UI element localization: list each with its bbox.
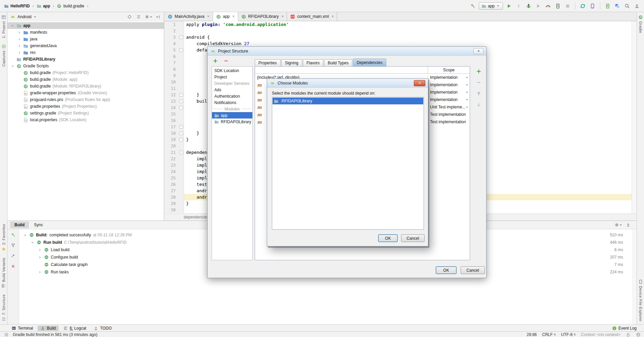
unlock-icon[interactable]	[626, 332, 631, 337]
fold-marker-icon[interactable]: -	[179, 131, 183, 135]
tree-expand-icon[interactable]	[17, 51, 22, 55]
toolwindow-toggle-button[interactable]	[3, 332, 9, 337]
remove-dependency-button[interactable]	[475, 79, 482, 86]
project-tree-item-res[interactable]: res	[7, 49, 164, 56]
ps-tab-flavors[interactable]: Flavors	[303, 59, 323, 66]
project-tree-item-gradle-wrapper-properties-gradle-version[interactable]: gradle-wrapper.properties (Gradle Versio…	[7, 90, 164, 96]
apply-changes-button[interactable]	[515, 2, 523, 10]
project-tree-item-build-gradle-module-rfidapi3library[interactable]: build.gradle (Module: RFIDAPI3Library)	[7, 83, 164, 90]
fold-marker-icon[interactable]: -	[179, 35, 183, 39]
build-panel-tab-build[interactable]: Build	[10, 222, 29, 228]
toolwindow-button-todo[interactable]: TODO	[91, 326, 114, 331]
pin-button[interactable]	[10, 253, 16, 259]
export-build-log-button[interactable]	[625, 222, 631, 228]
scope-dropdown[interactable]: Implementation	[428, 96, 470, 103]
breadcrumb-item-app[interactable]: app	[36, 3, 51, 9]
move-up-button[interactable]	[475, 90, 482, 97]
locate-file-button[interactable]	[127, 14, 133, 20]
project-tree-item-build-gradle-project-hellorfid[interactable]: build.gradle (Project: HelloRFID)	[7, 69, 164, 76]
scope-dropdown[interactable]: Implementation	[428, 81, 470, 89]
breadcrumb-item-build-gradle[interactable]: build.gradle	[56, 3, 85, 9]
scope-dropdown[interactable]: Test implementation	[428, 111, 470, 118]
search-everywhere-button[interactable]	[623, 2, 631, 10]
inspections-icon[interactable]	[636, 332, 641, 337]
fold-marker-icon[interactable]: -	[179, 99, 183, 103]
tool-stripe-2-favorites[interactable]: 2: Favorites	[1, 224, 6, 251]
collapse-all-button[interactable]	[136, 14, 142, 20]
fold-marker-icon[interactable]: -	[179, 125, 183, 129]
close-button[interactable]	[10, 263, 16, 269]
ps-nav-item-ads[interactable]: Ads	[212, 87, 252, 93]
add-dependency-button[interactable]	[475, 68, 482, 75]
attach-debugger-button[interactable]	[554, 2, 562, 10]
ps-tab-build-types[interactable]: Build Types	[324, 59, 352, 66]
hide-panel-button[interactable]	[155, 14, 161, 20]
run-config-combo[interactable]: app	[479, 2, 503, 10]
project-tree-item-settings-gradle-project-settings[interactable]: settings.gradle (Project Settings)	[7, 110, 164, 116]
settings-button[interactable]	[145, 14, 152, 20]
project-tree-item-gradle-scripts[interactable]: Gradle Scripts	[7, 63, 164, 69]
toolwindow-button-event-log[interactable]: 1Event Log	[609, 326, 639, 331]
tree-expand-icon[interactable]	[17, 44, 22, 48]
make-module-button[interactable]	[469, 2, 476, 10]
project-tree-item-generatedjava[interactable]: generatedJava	[7, 42, 164, 49]
project-tree-item-build-gradle-module-app[interactable]: build.gradle (Module: app)	[7, 76, 164, 83]
project-tree-item-rfidapi3library[interactable]: RFIDAPI3Library	[7, 56, 164, 63]
fold-marker-icon[interactable]: -	[179, 106, 183, 109]
ps-tab-dependencies[interactable]: Dependencies	[353, 59, 386, 66]
profile-avatar-button[interactable]	[633, 2, 641, 10]
tree-collapse-icon[interactable]	[10, 24, 15, 28]
tool-stripe-build-variants[interactable]: Build Variants	[1, 258, 6, 289]
ps-tab-signing[interactable]: Signing	[281, 59, 302, 66]
editor-tab-mainactivity-java[interactable]: CMainActivity.java×	[165, 12, 213, 21]
module-list-item-rfidapi3library[interactable]: :RFIDAPI3Library	[273, 98, 423, 104]
fold-marker-icon[interactable]: -	[179, 48, 183, 52]
project-view-selector[interactable]: Android	[17, 14, 31, 19]
scope-dropdown[interactable]: Unit Test impleme...	[428, 103, 470, 111]
rerun-build-button[interactable]	[10, 232, 16, 238]
remove-module-button[interactable]	[222, 57, 230, 65]
cancel-button[interactable]: Cancel	[461, 266, 485, 274]
ps-nav-item-project[interactable]: Project	[212, 74, 252, 80]
tool-stripe-gradle[interactable]: Gradle	[638, 15, 643, 33]
close-tab-icon[interactable]: ×	[331, 14, 334, 19]
close-tab-icon[interactable]: ×	[207, 14, 209, 19]
ps-nav-item-authentication[interactable]: Authentication	[212, 93, 252, 99]
run-coverage-button[interactable]	[535, 2, 542, 10]
ps-nav-item-sdk-location[interactable]: SDK Location	[212, 67, 252, 74]
toolwindow-button-build[interactable]: Build	[38, 326, 59, 331]
build-settings-button[interactable]	[614, 222, 622, 228]
close-dialog-button[interactable]	[414, 80, 425, 86]
fold-marker-icon[interactable]: -	[179, 93, 183, 97]
cancel-button[interactable]: Cancel	[401, 234, 425, 242]
fold-marker-icon[interactable]: -	[179, 138, 183, 141]
scope-dropdown[interactable]: Implementation	[428, 74, 470, 81]
project-tree-item-local-properties-sdk-location[interactable]: local.properties (SDK Location)	[7, 116, 164, 123]
tool-stripe-7-structure[interactable]: 7: Structure	[1, 294, 6, 322]
build-panel-tab-sync[interactable]: Sync	[30, 222, 47, 228]
stop-button[interactable]	[564, 2, 571, 10]
sdk-manager-button[interactable]	[604, 2, 611, 10]
debug-button[interactable]	[525, 2, 532, 10]
ps-nav-item-rfidapi3library[interactable]: RFIDAPI3Library	[212, 119, 252, 125]
ps-nav-item-app[interactable]: app	[212, 112, 252, 119]
build-collapse-icon[interactable]	[30, 241, 35, 244]
sync-project-button[interactable]	[579, 2, 586, 10]
toolwindow-button-terminal[interactable]: Terminal	[9, 326, 36, 331]
editor-tab-rfidapi3library[interactable]: RFIDAPI3Library×	[238, 12, 287, 21]
editor-tab-app[interactable]: app×	[213, 12, 238, 21]
build-expand-icon[interactable]	[37, 248, 42, 252]
project-tree-item-java[interactable]: java	[7, 36, 164, 42]
close-tab-icon[interactable]: ×	[232, 14, 235, 19]
encoding-selector[interactable]: UTF-8	[561, 332, 576, 337]
caret-position[interactable]: 28:86	[527, 332, 537, 337]
build-expand-icon[interactable]	[37, 256, 42, 259]
close-dialog-button[interactable]	[473, 48, 484, 54]
project-tree-item-proguard-rules-pro-proguard-rules-for-app[interactable]: proguard-rules.pro (ProGuard Rules for a…	[7, 96, 164, 103]
dialog-titlebar[interactable]: Project Structure	[208, 47, 486, 56]
editor-tab-content-main-xml[interactable]: content_main.xml×	[287, 12, 337, 21]
ps-tab-properties[interactable]: Properties	[255, 59, 281, 66]
filter-button[interactable]	[10, 242, 16, 248]
scope-dropdown[interactable]: Implementation	[428, 89, 470, 96]
tree-expand-icon[interactable]	[17, 31, 22, 34]
